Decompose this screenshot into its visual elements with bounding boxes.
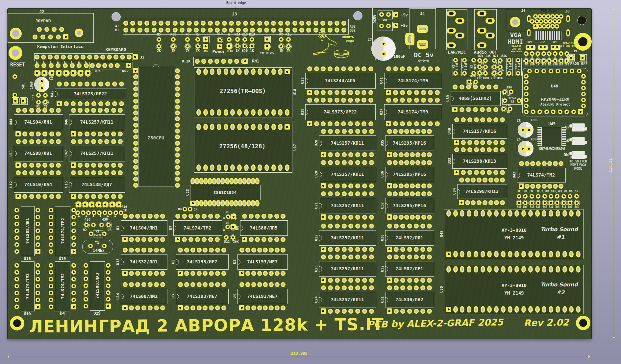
pad bbox=[112, 101, 117, 106]
pad bbox=[542, 14, 546, 19]
pad bbox=[91, 223, 96, 227]
ic-label: 74LS04/ЛН1 bbox=[24, 120, 52, 124]
pad bbox=[154, 248, 159, 253]
pad bbox=[56, 63, 61, 68]
pad bbox=[348, 183, 353, 188]
pad bbox=[508, 266, 512, 273]
pad bbox=[517, 201, 521, 205]
pad bbox=[224, 235, 229, 240]
pad bbox=[542, 24, 546, 29]
pad bbox=[84, 263, 88, 268]
pad bbox=[342, 183, 347, 188]
pad bbox=[195, 44, 200, 49]
pad bbox=[175, 74, 180, 79]
pad bbox=[22, 163, 27, 168]
pad bbox=[544, 109, 549, 114]
pad bbox=[342, 309, 347, 314]
pad bbox=[342, 285, 347, 290]
pad bbox=[335, 28, 339, 33]
socket-label: AY-3-8910 bbox=[502, 283, 527, 288]
pad bbox=[203, 68, 208, 75]
pad bbox=[237, 124, 242, 130]
ic-refdes: U47 bbox=[64, 150, 68, 157]
ic-label: 74LS373/ИР22 bbox=[74, 91, 107, 96]
pad bbox=[231, 214, 236, 219]
pad bbox=[361, 66, 366, 71]
pad bbox=[129, 248, 134, 253]
u45-pins-right bbox=[562, 127, 566, 146]
pad bbox=[106, 303, 111, 309]
jack-slot bbox=[480, 12, 484, 15]
ic-refdes: U36 bbox=[381, 171, 384, 178]
ic-refdes: U26 bbox=[301, 77, 304, 84]
pad bbox=[251, 164, 256, 171]
pad bbox=[269, 282, 274, 287]
pad bbox=[154, 282, 159, 287]
pad bbox=[126, 63, 131, 68]
pad bbox=[348, 285, 353, 290]
pad-box bbox=[12, 97, 19, 105]
pad bbox=[49, 304, 53, 309]
pad bbox=[414, 90, 419, 95]
pad bbox=[165, 21, 170, 26]
pad bbox=[190, 282, 195, 287]
pad bbox=[185, 44, 190, 49]
ic-refdes: U3 bbox=[171, 294, 175, 298]
pad bbox=[188, 237, 193, 242]
pad bbox=[88, 244, 93, 248]
pad bbox=[285, 28, 290, 33]
pad bbox=[194, 28, 199, 33]
pad bbox=[399, 191, 404, 196]
pad bbox=[16, 139, 21, 144]
pad bbox=[135, 248, 140, 253]
pad bbox=[355, 224, 360, 229]
silk-label: 100K bbox=[496, 77, 503, 80]
ic-refdes: U10 bbox=[24, 312, 31, 316]
pad bbox=[175, 99, 180, 104]
pad bbox=[257, 248, 262, 253]
pad bbox=[157, 37, 161, 42]
pad bbox=[576, 306, 581, 313]
pad bbox=[514, 306, 519, 313]
pad bbox=[102, 244, 107, 248]
pad bbox=[208, 200, 212, 206]
pad bbox=[49, 108, 54, 113]
pad bbox=[335, 160, 340, 165]
pad bbox=[264, 28, 269, 33]
pad bbox=[35, 70, 40, 76]
ic-refdes: U23 bbox=[314, 265, 318, 272]
pad bbox=[63, 34, 68, 39]
pad bbox=[535, 51, 540, 56]
pad bbox=[348, 255, 353, 259]
ic-refdes: U42 bbox=[50, 90, 54, 97]
pad bbox=[381, 51, 386, 57]
pad bbox=[348, 129, 353, 134]
pad bbox=[255, 200, 260, 206]
pad bbox=[148, 271, 153, 276]
pad bbox=[36, 170, 41, 175]
pad bbox=[85, 82, 89, 86]
pad bbox=[61, 55, 66, 60]
pad bbox=[508, 210, 512, 217]
pad bbox=[78, 101, 83, 106]
pad bbox=[210, 164, 214, 171]
ic-refdes: U31 bbox=[381, 296, 384, 303]
pad bbox=[500, 200, 505, 205]
pad bbox=[195, 214, 200, 219]
pad bbox=[278, 28, 283, 33]
pad bbox=[160, 237, 165, 242]
pad bbox=[521, 210, 526, 217]
pad bbox=[462, 71, 467, 76]
pad bbox=[487, 117, 492, 122]
pad bbox=[321, 66, 326, 71]
mount-hole bbox=[578, 37, 587, 46]
pad bbox=[264, 37, 270, 42]
pad bbox=[35, 63, 39, 68]
pad bbox=[148, 214, 153, 219]
pad bbox=[542, 266, 546, 273]
pad bbox=[275, 248, 280, 253]
ic-label: 74LS193/ИЕ7 bbox=[247, 294, 278, 299]
pad bbox=[215, 214, 220, 219]
pad bbox=[467, 140, 472, 145]
ic-refdes: U32 bbox=[381, 265, 384, 272]
